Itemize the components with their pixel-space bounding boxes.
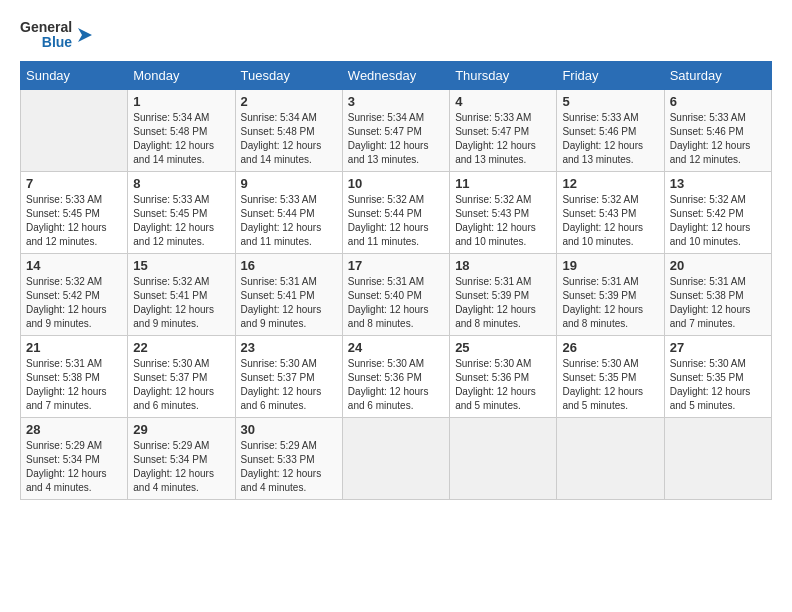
calendar-cell: 7Sunrise: 5:33 AMSunset: 5:45 PMDaylight…: [21, 171, 128, 253]
logo: General Blue: [20, 20, 96, 51]
day-number: 10: [348, 176, 444, 191]
day-info: Sunrise: 5:30 AMSunset: 5:36 PMDaylight:…: [348, 357, 444, 413]
day-number: 12: [562, 176, 658, 191]
day-info: Sunrise: 5:33 AMSunset: 5:45 PMDaylight:…: [26, 193, 122, 249]
calendar-cell: [21, 89, 128, 171]
day-info: Sunrise: 5:31 AMSunset: 5:40 PMDaylight:…: [348, 275, 444, 331]
day-number: 30: [241, 422, 337, 437]
day-number: 25: [455, 340, 551, 355]
day-number: 28: [26, 422, 122, 437]
day-number: 27: [670, 340, 766, 355]
logo-blue: Blue: [20, 35, 72, 50]
calendar-cell: 13Sunrise: 5:32 AMSunset: 5:42 PMDayligh…: [664, 171, 771, 253]
day-info: Sunrise: 5:33 AMSunset: 5:44 PMDaylight:…: [241, 193, 337, 249]
day-number: 15: [133, 258, 229, 273]
day-number: 19: [562, 258, 658, 273]
week-row-4: 21Sunrise: 5:31 AMSunset: 5:38 PMDayligh…: [21, 335, 772, 417]
day-number: 9: [241, 176, 337, 191]
weekday-header-saturday: Saturday: [664, 61, 771, 89]
day-info: Sunrise: 5:30 AMSunset: 5:36 PMDaylight:…: [455, 357, 551, 413]
calendar-cell: 15Sunrise: 5:32 AMSunset: 5:41 PMDayligh…: [128, 253, 235, 335]
calendar-cell: 18Sunrise: 5:31 AMSunset: 5:39 PMDayligh…: [450, 253, 557, 335]
day-info: Sunrise: 5:30 AMSunset: 5:35 PMDaylight:…: [562, 357, 658, 413]
calendar-cell: [557, 417, 664, 499]
week-row-5: 28Sunrise: 5:29 AMSunset: 5:34 PMDayligh…: [21, 417, 772, 499]
day-number: 11: [455, 176, 551, 191]
week-row-1: 1Sunrise: 5:34 AMSunset: 5:48 PMDaylight…: [21, 89, 772, 171]
day-number: 5: [562, 94, 658, 109]
day-info: Sunrise: 5:29 AMSunset: 5:33 PMDaylight:…: [241, 439, 337, 495]
calendar-cell: 12Sunrise: 5:32 AMSunset: 5:43 PMDayligh…: [557, 171, 664, 253]
calendar-cell: 21Sunrise: 5:31 AMSunset: 5:38 PMDayligh…: [21, 335, 128, 417]
day-info: Sunrise: 5:34 AMSunset: 5:47 PMDaylight:…: [348, 111, 444, 167]
day-number: 18: [455, 258, 551, 273]
day-number: 22: [133, 340, 229, 355]
day-number: 3: [348, 94, 444, 109]
calendar-cell: 6Sunrise: 5:33 AMSunset: 5:46 PMDaylight…: [664, 89, 771, 171]
day-info: Sunrise: 5:33 AMSunset: 5:45 PMDaylight:…: [133, 193, 229, 249]
day-number: 13: [670, 176, 766, 191]
day-number: 4: [455, 94, 551, 109]
weekday-header-thursday: Thursday: [450, 61, 557, 89]
day-info: Sunrise: 5:29 AMSunset: 5:34 PMDaylight:…: [26, 439, 122, 495]
day-info: Sunrise: 5:32 AMSunset: 5:42 PMDaylight:…: [26, 275, 122, 331]
day-info: Sunrise: 5:31 AMSunset: 5:39 PMDaylight:…: [455, 275, 551, 331]
day-info: Sunrise: 5:30 AMSunset: 5:35 PMDaylight:…: [670, 357, 766, 413]
calendar-cell: 10Sunrise: 5:32 AMSunset: 5:44 PMDayligh…: [342, 171, 449, 253]
calendar-cell: 9Sunrise: 5:33 AMSunset: 5:44 PMDaylight…: [235, 171, 342, 253]
day-number: 16: [241, 258, 337, 273]
calendar-cell: 30Sunrise: 5:29 AMSunset: 5:33 PMDayligh…: [235, 417, 342, 499]
day-number: 26: [562, 340, 658, 355]
calendar-cell: 27Sunrise: 5:30 AMSunset: 5:35 PMDayligh…: [664, 335, 771, 417]
day-number: 20: [670, 258, 766, 273]
calendar-cell: 8Sunrise: 5:33 AMSunset: 5:45 PMDaylight…: [128, 171, 235, 253]
day-number: 7: [26, 176, 122, 191]
calendar-cell: 1Sunrise: 5:34 AMSunset: 5:48 PMDaylight…: [128, 89, 235, 171]
day-info: Sunrise: 5:33 AMSunset: 5:46 PMDaylight:…: [670, 111, 766, 167]
day-number: 8: [133, 176, 229, 191]
calendar-cell: [342, 417, 449, 499]
calendar-cell: 19Sunrise: 5:31 AMSunset: 5:39 PMDayligh…: [557, 253, 664, 335]
calendar-cell: 24Sunrise: 5:30 AMSunset: 5:36 PMDayligh…: [342, 335, 449, 417]
calendar-cell: [450, 417, 557, 499]
day-info: Sunrise: 5:32 AMSunset: 5:42 PMDaylight:…: [670, 193, 766, 249]
calendar-table: SundayMondayTuesdayWednesdayThursdayFrid…: [20, 61, 772, 500]
day-info: Sunrise: 5:34 AMSunset: 5:48 PMDaylight:…: [241, 111, 337, 167]
calendar-cell: 26Sunrise: 5:30 AMSunset: 5:35 PMDayligh…: [557, 335, 664, 417]
calendar-cell: 3Sunrise: 5:34 AMSunset: 5:47 PMDaylight…: [342, 89, 449, 171]
day-number: 14: [26, 258, 122, 273]
day-number: 2: [241, 94, 337, 109]
day-info: Sunrise: 5:31 AMSunset: 5:39 PMDaylight:…: [562, 275, 658, 331]
logo-general: General: [20, 20, 72, 35]
day-info: Sunrise: 5:30 AMSunset: 5:37 PMDaylight:…: [133, 357, 229, 413]
day-info: Sunrise: 5:32 AMSunset: 5:43 PMDaylight:…: [455, 193, 551, 249]
weekday-header-wednesday: Wednesday: [342, 61, 449, 89]
calendar-cell: 5Sunrise: 5:33 AMSunset: 5:46 PMDaylight…: [557, 89, 664, 171]
day-info: Sunrise: 5:33 AMSunset: 5:46 PMDaylight:…: [562, 111, 658, 167]
calendar-cell: 29Sunrise: 5:29 AMSunset: 5:34 PMDayligh…: [128, 417, 235, 499]
day-number: 6: [670, 94, 766, 109]
day-number: 1: [133, 94, 229, 109]
page-header: General Blue: [20, 20, 772, 51]
weekday-header-sunday: Sunday: [21, 61, 128, 89]
calendar-cell: 22Sunrise: 5:30 AMSunset: 5:37 PMDayligh…: [128, 335, 235, 417]
calendar-cell: 23Sunrise: 5:30 AMSunset: 5:37 PMDayligh…: [235, 335, 342, 417]
weekday-header-tuesday: Tuesday: [235, 61, 342, 89]
calendar-cell: 11Sunrise: 5:32 AMSunset: 5:43 PMDayligh…: [450, 171, 557, 253]
day-info: Sunrise: 5:31 AMSunset: 5:38 PMDaylight:…: [26, 357, 122, 413]
calendar-cell: [664, 417, 771, 499]
day-info: Sunrise: 5:34 AMSunset: 5:48 PMDaylight:…: [133, 111, 229, 167]
day-info: Sunrise: 5:32 AMSunset: 5:43 PMDaylight:…: [562, 193, 658, 249]
day-number: 29: [133, 422, 229, 437]
weekday-header-friday: Friday: [557, 61, 664, 89]
day-info: Sunrise: 5:32 AMSunset: 5:44 PMDaylight:…: [348, 193, 444, 249]
calendar-cell: 17Sunrise: 5:31 AMSunset: 5:40 PMDayligh…: [342, 253, 449, 335]
week-row-2: 7Sunrise: 5:33 AMSunset: 5:45 PMDaylight…: [21, 171, 772, 253]
calendar-cell: 20Sunrise: 5:31 AMSunset: 5:38 PMDayligh…: [664, 253, 771, 335]
logo-arrow-icon: [74, 24, 96, 46]
weekday-header-monday: Monday: [128, 61, 235, 89]
calendar-cell: 28Sunrise: 5:29 AMSunset: 5:34 PMDayligh…: [21, 417, 128, 499]
day-info: Sunrise: 5:31 AMSunset: 5:38 PMDaylight:…: [670, 275, 766, 331]
weekday-header-row: SundayMondayTuesdayWednesdayThursdayFrid…: [21, 61, 772, 89]
day-number: 24: [348, 340, 444, 355]
